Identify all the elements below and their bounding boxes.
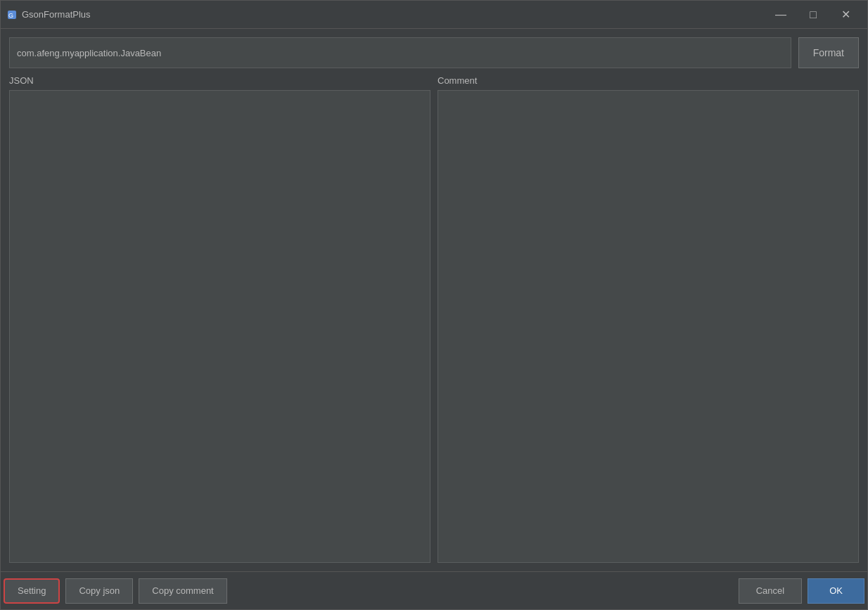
comment-panel: Comment [438,75,859,563]
json-textarea[interactable] [9,90,430,563]
svg-text:G: G [8,12,13,19]
window-title: GsonFormatPlus [22,9,765,20]
main-content: Format JSON Comment [1,29,867,571]
json-label: JSON [9,75,430,87]
comment-textarea[interactable] [438,90,859,563]
maximize-button[interactable]: □ [797,4,829,25]
cancel-button[interactable]: Cancel [739,578,802,604]
package-input[interactable] [9,37,791,68]
comment-label: Comment [438,75,859,87]
copy-json-button[interactable]: Copy json [65,578,133,604]
close-button[interactable]: ✕ [829,4,862,25]
title-bar: G GsonFormatPlus — □ ✕ [1,1,867,29]
top-row: Format [9,37,859,68]
json-panel: JSON [9,75,430,563]
bottom-bar: Setting Copy json Copy comment Cancel OK [1,571,867,609]
main-window: G GsonFormatPlus — □ ✕ Format JSON Comme… [0,0,868,610]
format-button[interactable]: Format [798,37,859,68]
minimize-button[interactable]: — [765,4,797,25]
copy-comment-button[interactable]: Copy comment [139,578,226,604]
app-icon: G [6,9,18,20]
setting-button[interactable]: Setting [4,578,60,604]
ok-button[interactable]: OK [808,578,864,604]
panels-row: JSON Comment [9,75,859,563]
window-controls: — □ ✕ [765,4,862,25]
